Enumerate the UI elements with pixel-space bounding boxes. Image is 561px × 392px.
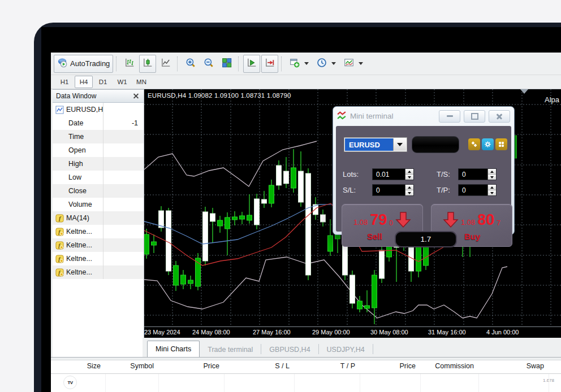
- column-separator: [294, 374, 295, 392]
- row-label: Time: [53, 133, 103, 141]
- chart-shift-icon: [247, 58, 257, 69]
- column-header-s-l[interactable]: S / L: [239, 362, 290, 370]
- data-window-row[interactable]: fKeltne...: [53, 265, 144, 279]
- zoom-in-icon: [185, 58, 196, 69]
- mini-terminal-titlebar[interactable]: Mini terminal: [333, 107, 514, 125]
- column-header-symbol[interactable]: Symbol: [103, 362, 154, 370]
- chart-tabs-bar: Mini ChartsTrade terminalGBPUSD,H4USDJPY…: [143, 338, 561, 357]
- time-axis-label: 4 Jun 00:00: [486, 329, 519, 336]
- data-window-row[interactable]: fMA(14): [53, 211, 144, 225]
- templates-grid-button[interactable]: [495, 138, 507, 150]
- lots-label: Lots:: [343, 170, 359, 178]
- data-window-row[interactable]: Open: [53, 143, 144, 157]
- tab-usdjpy-h4[interactable]: USDJPY,H4: [319, 342, 373, 357]
- indicators-icon: [344, 58, 354, 69]
- row-value: [103, 252, 144, 265]
- toolbar-button-label: AutoTrading: [70, 59, 110, 68]
- maximize-button[interactable]: [464, 110, 485, 123]
- timeframe-button-h4[interactable]: H4: [75, 76, 93, 88]
- indicators-button[interactable]: [340, 55, 366, 73]
- column-header-price[interactable]: Price: [169, 362, 219, 370]
- tile-windows-button[interactable]: [218, 55, 235, 73]
- ts-input[interactable]: 0: [458, 168, 497, 180]
- line-chart-icon: [161, 58, 171, 69]
- scroll-to-end-marker-icon[interactable]: [520, 89, 528, 94]
- lots-stepper[interactable]: [405, 169, 413, 180]
- buy-arrow-down-icon: [443, 211, 459, 228]
- column-header-t-p[interactable]: T / P: [304, 362, 355, 370]
- autotrading-button[interactable]: AutoTrading: [54, 55, 113, 73]
- zoom-in-button[interactable]: [182, 55, 199, 73]
- link-trades-button[interactable]: [468, 138, 480, 150]
- row-value: [103, 225, 144, 238]
- minimize-button[interactable]: [439, 110, 460, 123]
- sell-arrow-down-icon: [395, 211, 411, 228]
- data-window-row[interactable]: fKeltne...: [53, 225, 144, 238]
- time-axis: 23 May 202424 May 08:0027 May 16:0029 Ma…: [144, 326, 561, 338]
- data-window-row[interactable]: Date-1: [53, 116, 144, 130]
- timeframe-button-mn[interactable]: MN: [132, 76, 150, 88]
- row-value: [103, 265, 144, 279]
- auto-scroll-button[interactable]: [261, 55, 278, 73]
- column-separator: [420, 374, 421, 392]
- tab-gbpusd-h4[interactable]: GBPUSD,H4: [261, 342, 318, 357]
- tradingview-logo-icon[interactable]: TV: [63, 376, 77, 389]
- chevron-down-icon[interactable]: [304, 62, 309, 65]
- tp-label: T/P:: [437, 186, 450, 194]
- column-header-price[interactable]: Price: [365, 362, 416, 370]
- data-window-row[interactable]: Close: [53, 184, 144, 198]
- candlestick-button[interactable]: [139, 55, 156, 73]
- new-chart-button[interactable]: [286, 55, 312, 73]
- data-window-row[interactable]: Time: [53, 130, 144, 143]
- line-chart-button[interactable]: [157, 55, 174, 73]
- row-label: Volume: [53, 201, 103, 208]
- data-window-header[interactable]: Data Window: [53, 90, 144, 103]
- data-window-row[interactable]: Low: [53, 171, 144, 184]
- lots-input[interactable]: 0.01: [372, 168, 414, 180]
- time-axis-label: 24 May 08:00: [192, 329, 230, 336]
- data-window-row[interactable]: fKeltne...: [53, 252, 144, 265]
- mini-terminal-title: Mini terminal: [350, 112, 435, 120]
- timeframe-button-d1[interactable]: D1: [94, 76, 112, 88]
- data-window-row[interactable]: High: [53, 157, 144, 171]
- row-label: Keltne...: [66, 255, 103, 263]
- mini-terminal-dialog[interactable]: Mini terminal EURUSD Lots: 0.01 T/S:: [333, 106, 515, 235]
- row-label: High: [53, 160, 103, 168]
- column-header-commission[interactable]: Commission: [423, 362, 474, 370]
- settings-gear-button[interactable]: [482, 138, 494, 150]
- close-icon[interactable]: [132, 92, 140, 100]
- periods-button[interactable]: [313, 55, 339, 73]
- data-window-row[interactable]: Volume: [53, 198, 144, 211]
- price-display: [412, 136, 459, 153]
- row-label: Date: [53, 119, 103, 127]
- bar-chart-button[interactable]: [121, 55, 138, 73]
- chart-shift-button[interactable]: [243, 55, 260, 73]
- timeframe-button-w1[interactable]: W1: [113, 76, 131, 88]
- sl-stepper[interactable]: [405, 185, 413, 195]
- zoom-out-button[interactable]: [200, 55, 217, 73]
- symbol-combobox[interactable]: EURUSD: [344, 137, 407, 152]
- row-label: Keltne...: [66, 228, 103, 236]
- dw-chart-icon: [53, 106, 66, 114]
- chevron-down-icon[interactable]: [393, 138, 406, 151]
- tab-mini-charts[interactable]: Mini Charts: [147, 341, 200, 357]
- time-axis-label: 27 May 16:00: [253, 329, 291, 336]
- new-chart-icon: [290, 58, 300, 69]
- mini-terminal-icon: [337, 111, 347, 122]
- tab-trade-terminal[interactable]: Trade terminal: [200, 342, 261, 357]
- timeframe-button-h1[interactable]: H1: [55, 76, 74, 88]
- column-header-swap[interactable]: Swap: [493, 362, 544, 370]
- chart-ohlc-header: EURUSD,H4 1.09082 1.09100 1.08731 1.0879…: [148, 92, 291, 99]
- data-window-row[interactable]: EURUSD,H4: [53, 103, 144, 116]
- ts-stepper[interactable]: [487, 169, 496, 180]
- periods-icon: [317, 58, 327, 69]
- chevron-down-icon[interactable]: [331, 62, 336, 65]
- tp-stepper[interactable]: [487, 185, 496, 195]
- row-value: [103, 184, 144, 198]
- chevron-down-icon[interactable]: [359, 62, 363, 65]
- sl-input[interactable]: 0: [372, 184, 414, 196]
- column-header-size[interactable]: Size: [50, 362, 101, 370]
- tp-input[interactable]: 0: [458, 184, 497, 196]
- data-window-row[interactable]: fKeltne...: [53, 238, 144, 252]
- close-button[interactable]: [489, 110, 510, 123]
